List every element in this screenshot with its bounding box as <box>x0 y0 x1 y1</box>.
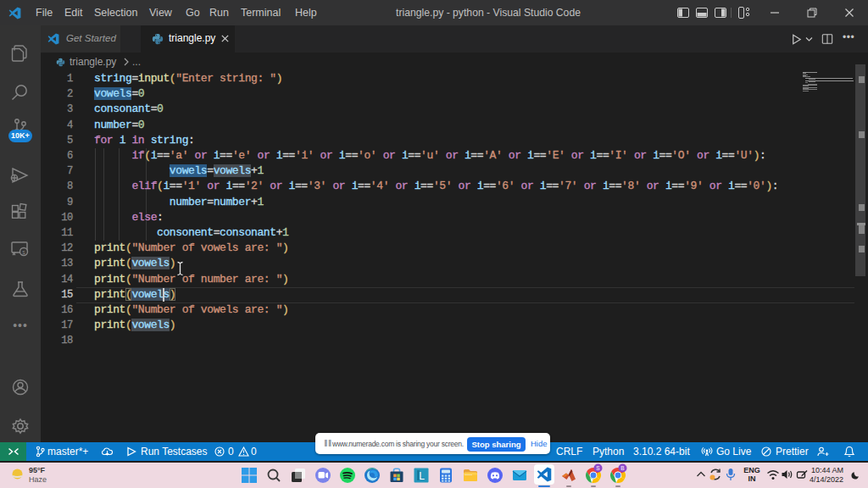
svg-text:S: S <box>596 465 600 471</box>
svg-text:L: L <box>419 470 425 482</box>
svg-text:s: s <box>22 249 25 255</box>
svg-text:B: B <box>620 465 624 471</box>
